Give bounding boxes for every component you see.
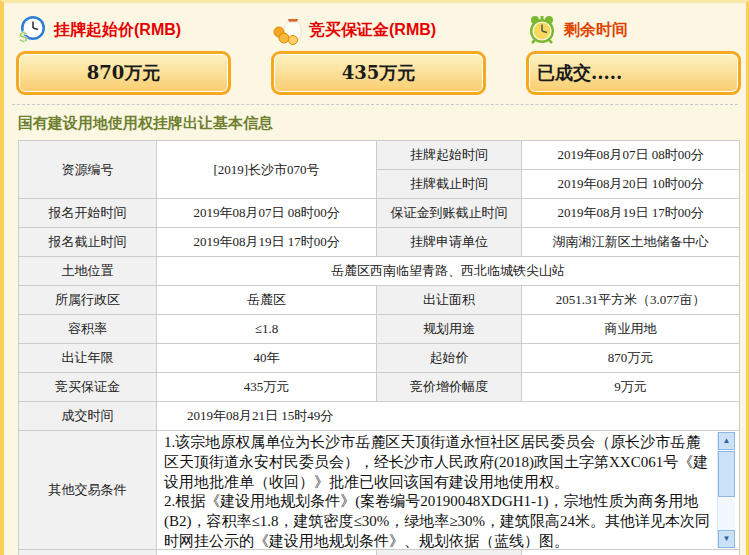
stat-time-remaining-header: 剩余时间 (526, 9, 741, 51)
deposit-deadline-label: 保证金到账截止时间 (377, 199, 522, 228)
location-label: 土地位置 (19, 257, 157, 286)
listing-end-value: 2019年08月20日 10时00分 (522, 170, 740, 199)
section-title: 国有建设用地使用权挂牌出让基本信息 (18, 114, 746, 133)
winner-label: 竞得人 (377, 550, 522, 555)
deal-time-label: 成交时间 (19, 402, 157, 431)
stat-starting-price-label: 挂牌起始价(RMB) (54, 20, 181, 41)
resource-no-label: 资源编号 (19, 141, 157, 199)
clock-dollar-icon: $ (16, 14, 48, 46)
bid-deposit-value: 435万元 (271, 51, 486, 95)
listing-info-table: 资源编号 [2019]长沙市070号 挂牌起始时间 2019年08月07日 08… (18, 140, 740, 555)
deal-time-value: 2019年08月21日 15时49分 (157, 402, 740, 431)
applicant-value: 湖南湘江新区土地储备中心 (522, 228, 740, 257)
deposit-value: 435万元 (157, 373, 377, 402)
stat-bid-deposit-label: 竞买保证金(RMB) (309, 20, 436, 41)
stat-starting-price: $ 挂牌起始价(RMB) 870万元 (16, 9, 231, 95)
far-label: 容积率 (19, 315, 157, 344)
money-bag-icon (271, 14, 303, 46)
applicant-label: 挂牌申请单位 (377, 228, 522, 257)
scroll-down-button[interactable]: ▼ (718, 530, 735, 548)
table-row: 报名截止时间 2019年08月19日 17时00分 挂牌申请单位 湖南湘江新区土… (19, 228, 740, 257)
vertical-scrollbar[interactable]: ▲ ▼ (717, 432, 735, 548)
table-row: 土地位置 岳麓区西南临望青路、西北临城铁尖山站 (19, 257, 740, 286)
stat-starting-price-header: $ 挂牌起始价(RMB) (16, 9, 231, 51)
other-conditions-label: 其他交易条件 (19, 431, 157, 550)
listing-end-label: 挂牌截止时间 (377, 170, 522, 199)
table-row: 出让年限 40年 起始价 870万元 (19, 344, 740, 373)
resource-no-value: [2019]长沙市070号 (157, 141, 377, 199)
top-stats: $ 挂牌起始价(RMB) 870万元 竞买保证金(RMB (4, 3, 746, 95)
time-remaining-value: 已成交..... (526, 51, 741, 95)
location-value: 岳麓区西南临望青路、西北临城铁尖山站 (157, 257, 740, 286)
signup-start-label: 报名开始时间 (19, 199, 157, 228)
other-conditions-cell: 1.该宗地原权属单位为长沙市岳麓区天顶街道永恒社区居民委员会（原长沙市岳麓区天顶… (157, 431, 740, 550)
stat-bid-deposit-header: 竞买保证金(RMB) (271, 9, 486, 51)
starting-price-value: 870万元 (16, 51, 231, 95)
term-value: 40年 (157, 344, 377, 373)
table-row: 成交价 1140万元 [1140万元] 竞得人 长沙永鑫白露湖酒店有限公司 (19, 550, 740, 555)
area-label: 出让面积 (377, 286, 522, 315)
deposit-deadline-value: 2019年08月19日 17时00分 (522, 199, 740, 228)
stat-time-remaining: 剩余时间 已成交..... (526, 9, 741, 95)
table-row: 资源编号 [2019]长沙市070号 挂牌起始时间 2019年08月07日 08… (19, 141, 740, 170)
start-price-label: 起始价 (377, 344, 522, 373)
alarm-clock-icon (526, 14, 558, 46)
start-price-value: 870万元 (522, 344, 740, 373)
scrollbar-thumb[interactable] (718, 451, 735, 497)
winner-value: 长沙永鑫白露湖酒店有限公司 (522, 550, 740, 555)
table-row: 容积率 ≤1.8 规划用途 商业用地 (19, 315, 740, 344)
area-value: 2051.31平方米（3.077亩） (522, 286, 740, 315)
increment-label: 竞价增价幅度 (377, 373, 522, 402)
signup-end-value: 2019年08月19日 17时00分 (157, 228, 377, 257)
district-value: 岳麓区 (157, 286, 377, 315)
table-row: 报名开始时间 2019年08月07日 08时00分 保证金到账截止时间 2019… (19, 199, 740, 228)
other-conditions-scrollpane[interactable]: 1.该宗地原权属单位为长沙市岳麓区天顶街道永恒社区居民委员会（原长沙市岳麓区天顶… (161, 432, 735, 548)
table-row: 成交时间 2019年08月21日 15时49分 (19, 402, 740, 431)
stat-time-remaining-label: 剩余时间 (564, 20, 628, 41)
far-value: ≤1.8 (157, 315, 377, 344)
listing-start-value: 2019年08月07日 08时00分 (522, 141, 740, 170)
table-row: 竞买保证金 435万元 竞价增价幅度 9万元 (19, 373, 740, 402)
term-label: 出让年限 (19, 344, 157, 373)
use-value: 商业用地 (522, 315, 740, 344)
dotted-separator (12, 104, 738, 105)
deal-price-label: 成交价 (19, 550, 157, 555)
signup-start-value: 2019年08月07日 08时00分 (157, 199, 377, 228)
scroll-up-button[interactable]: ▲ (718, 432, 735, 450)
svg-text:$: $ (19, 28, 28, 45)
increment-value: 9万元 (522, 373, 740, 402)
other-conditions-text: 1.该宗地原权属单位为长沙市岳麓区天顶街道永恒社区居民委员会（原长沙市岳麓区天顶… (161, 432, 717, 548)
land-listing-page: $ 挂牌起始价(RMB) 870万元 竞买保证金(RMB (0, 0, 749, 555)
scrollbar-track[interactable] (718, 498, 735, 530)
district-label: 所属行政区 (19, 286, 157, 315)
stat-bid-deposit: 竞买保证金(RMB) 435万元 (271, 9, 486, 95)
listing-start-label: 挂牌起始时间 (377, 141, 522, 170)
table-row: 所属行政区 岳麓区 出让面积 2051.31平方米（3.077亩） (19, 286, 740, 315)
deposit-label: 竞买保证金 (19, 373, 157, 402)
signup-end-label: 报名截止时间 (19, 228, 157, 257)
use-label: 规划用途 (377, 315, 522, 344)
table-row: 其他交易条件 1.该宗地原权属单位为长沙市岳麓区天顶街道永恒社区居民委员会（原长… (19, 431, 740, 550)
deal-price-value: 1140万元 [1140万元] (157, 550, 377, 555)
